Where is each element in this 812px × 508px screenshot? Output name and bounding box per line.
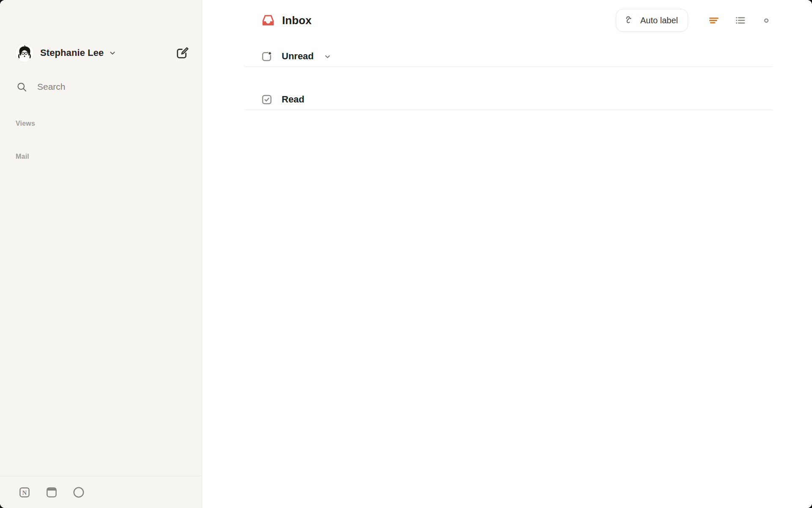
help-icon[interactable]: [72, 486, 85, 499]
search-input[interactable]: Search: [16, 79, 192, 94]
minimize-window-button[interactable]: [30, 15, 40, 25]
window-controls: [0, 0, 202, 25]
filter-icon[interactable]: [708, 14, 720, 27]
sidebar: Stephanie Lee Search Views Mail: [0, 0, 202, 508]
sidebar-footer: N: [0, 476, 202, 508]
search-icon: [16, 81, 27, 93]
chevron-down-icon[interactable]: [323, 52, 332, 61]
mail-app-window: Stephanie Lee Search Views Mail: [0, 0, 812, 508]
auto-label-button[interactable]: Auto label: [616, 9, 688, 32]
unread-group-header[interactable]: Unread: [245, 46, 773, 66]
mail-section-header: Mail: [16, 153, 202, 160]
settings-gear-icon[interactable]: [760, 14, 773, 27]
svg-text:N: N: [22, 489, 27, 496]
main-header: Inbox Auto label: [245, 10, 773, 31]
chevron-down-icon: [108, 48, 117, 58]
unread-group-label: Unread: [282, 51, 314, 62]
inbox-main-panel: Inbox Auto label: [202, 0, 812, 508]
compose-button[interactable]: [173, 44, 192, 62]
zoom-window-button[interactable]: [47, 15, 57, 25]
views-section-header: Views: [16, 120, 202, 127]
calendar-app-icon[interactable]: [45, 486, 58, 499]
unread-icon: [261, 50, 273, 62]
divider: [245, 110, 773, 110]
search-placeholder: Search: [37, 82, 66, 92]
profile-name: Stephanie Lee: [40, 47, 104, 58]
read-group-header[interactable]: Read: [245, 89, 773, 110]
page-title: Inbox: [282, 14, 312, 27]
close-window-button[interactable]: [12, 15, 22, 25]
avatar: [16, 44, 33, 62]
notion-logo-icon[interactable]: N: [18, 486, 31, 499]
read-group-label: Read: [282, 94, 304, 105]
inbox-icon: [261, 13, 275, 28]
read-checkbox-icon: [261, 94, 273, 105]
auto-label-icon: [624, 14, 636, 26]
list-view-icon[interactable]: [734, 14, 746, 27]
account-switcher[interactable]: Stephanie Lee: [16, 44, 192, 62]
divider: [245, 66, 773, 67]
auto-label-label: Auto label: [640, 16, 678, 25]
